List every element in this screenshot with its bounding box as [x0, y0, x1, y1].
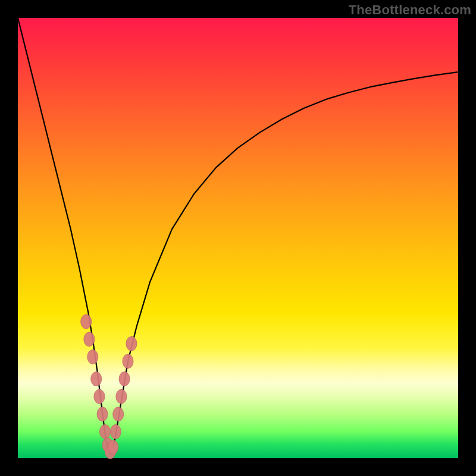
data-markers [81, 315, 137, 459]
data-marker [87, 350, 98, 364]
data-marker [116, 389, 127, 403]
data-marker [110, 425, 121, 439]
data-marker [81, 315, 92, 329]
data-marker [113, 407, 124, 421]
data-marker [123, 354, 133, 368]
data-marker [119, 372, 130, 386]
data-marker [94, 389, 105, 403]
chart-svg [18, 18, 458, 458]
data-marker [126, 337, 137, 351]
chart-frame: TheBottleneck.com [0, 0, 476, 476]
plot-area [18, 18, 458, 458]
data-marker [108, 440, 118, 455]
data-marker [91, 372, 102, 386]
bottleneck-curve [18, 18, 458, 454]
data-marker [84, 332, 95, 346]
data-marker [97, 407, 108, 421]
data-marker [100, 425, 111, 439]
watermark-text: TheBottleneck.com [349, 2, 471, 18]
